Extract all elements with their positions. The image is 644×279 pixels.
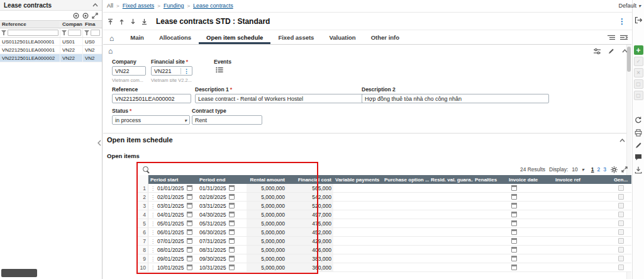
edit-icon[interactable] [608,48,614,54]
cell-purchase-option[interactable] [382,193,429,201]
cell-period-end[interactable]: 02/28/2025 [197,193,247,201]
calendar-icon[interactable] [229,194,235,200]
checkbox[interactable] [618,220,624,226]
cell-rental-amount[interactable]: 5,000,000 [247,202,287,210]
drag-handle-icon[interactable] [150,265,157,271]
table-row[interactable]: 909/01/202509/30/20255,000,000383,000 [137,254,631,263]
checkbox[interactable] [618,203,624,208]
cell-financial-cost[interactable]: 497,000 [287,210,333,219]
filter-input[interactable] [91,30,100,36]
cell-residual-value[interactable] [429,210,473,219]
column-header[interactable]: Period start [148,175,197,184]
calendar-icon[interactable] [187,212,192,217]
cell-period-start[interactable]: 02/01/2025 [148,193,197,201]
cell-invoice-date[interactable] [507,210,553,219]
cell-period-start[interactable]: 04/01/2025 [148,210,197,219]
cell-period-end[interactable]: 10/31/2025 [197,263,247,271]
column-header[interactable]: Fina [83,21,101,28]
next-record-icon[interactable] [130,18,136,25]
calendar-icon[interactable] [187,265,192,270]
cell-period-end[interactable]: 04/30/2025 [197,210,247,219]
cell-invoice-ref[interactable] [553,210,610,219]
table-row[interactable]: 404/01/202504/30/20255,000,000497,000 [137,210,631,219]
cell-residual-value[interactable] [429,184,473,192]
cell-rental-amount[interactable]: 5,000,000 [247,219,287,227]
filter-icon[interactable] [62,30,67,35]
cell-residual-value[interactable] [429,202,473,210]
calendar-icon[interactable] [229,229,235,235]
cell-rental-amount[interactable]: 5,000,000 [247,184,287,192]
circle-icon[interactable] [73,13,79,19]
cell-rental-amount[interactable]: 5,000,000 [247,254,287,263]
company-field[interactable]: VN22 [112,66,146,76]
cell-period-start[interactable]: 10/01/2025 [148,263,197,271]
tab-allocations[interactable]: Allocations [152,32,199,44]
tab-open-item-schedule[interactable]: Open item schedule [199,32,270,44]
cell-period-start[interactable]: 06/01/2025 [148,228,197,236]
cell-residual-value[interactable] [429,246,473,254]
calendar-icon[interactable] [187,194,192,200]
checkbox[interactable] [618,247,624,253]
cell-financial-cost[interactable]: 452,000 [287,228,333,236]
calendar-icon[interactable] [229,238,235,244]
circle-icon[interactable] [82,13,89,19]
calendar-icon[interactable] [187,185,192,191]
cell-penalties[interactable] [473,263,507,271]
download-icon[interactable] [635,166,642,174]
status-select[interactable]: in process [112,115,190,125]
cell-invoice-ref[interactable] [553,228,610,236]
refresh-icon[interactable] [635,117,642,124]
breadcrumb-item[interactable]: Funding [164,3,184,9]
cell-period-start[interactable]: 05/01/2025 [148,219,197,227]
calendar-icon[interactable] [511,265,517,270]
cell-variable-payments[interactable] [333,228,382,236]
filter-icon[interactable] [84,30,89,35]
calendar-icon[interactable] [229,185,235,191]
cell-variable-payments[interactable] [333,237,382,245]
calendar-icon[interactable] [229,256,235,261]
cell-penalties[interactable] [473,184,507,192]
cell-penalties[interactable] [473,254,507,263]
cell-invoice-ref[interactable] [553,254,610,263]
cell-period-end[interactable]: 07/31/2025 [197,237,247,245]
reference-field[interactable]: VN2212501LEA000002 [112,94,191,103]
cell-financial-cost[interactable]: 520,000 [287,202,333,210]
list-item[interactable]: VN2212501LEA000002VN22VN2 [0,54,102,62]
search-icon[interactable] [142,166,150,173]
column-header[interactable]: Rental amount [247,175,287,184]
cell-period-start[interactable]: 03/01/2025 [148,202,197,210]
breadcrumb-item[interactable]: Fixed assets [123,3,155,9]
scrollbar-thumb[interactable] [627,47,631,72]
calendar-icon[interactable] [511,238,517,244]
display-value[interactable]: 10 [572,166,577,173]
cell-variable-payments[interactable] [333,254,382,263]
filter-input[interactable] [8,30,58,36]
previous-record-icon[interactable] [118,18,125,25]
cell-financial-cost[interactable]: 475,000 [287,219,333,227]
tab-fixed-assets[interactable]: Fixed assets [270,32,321,44]
drag-handle-icon[interactable] [150,256,157,262]
cell-purchase-option[interactable] [382,184,429,192]
comment-icon[interactable] [635,154,642,161]
chevron-up-icon[interactable] [619,139,625,142]
cell-financial-cost[interactable]: 360,000 [287,263,333,271]
calendar-icon[interactable] [229,247,235,253]
cell-financial-cost[interactable]: 383,000 [287,254,333,263]
cell-variable-payments[interactable] [333,263,382,271]
page-link[interactable]: 1 [591,166,595,173]
calendar-icon[interactable] [187,220,192,226]
customize-icon[interactable] [594,48,601,54]
breadcrumb-item[interactable]: All [107,3,113,9]
cell-invoice-date[interactable] [507,228,553,236]
calendar-icon[interactable] [511,247,517,253]
cell-rental-amount[interactable]: 5,000,000 [247,228,287,236]
column-header[interactable]: Company [60,21,83,28]
column-header[interactable]: Penalties [473,175,507,184]
contract-type-field[interactable]: Rent [192,115,262,125]
table-row[interactable]: 606/01/202506/30/20255,000,000452,000 [137,228,631,237]
column-header[interactable]: Reference [0,21,60,28]
description2-field[interactable]: Hợp đồng thuê tòa nhà cho công nhân [362,94,549,103]
cell-penalties[interactable] [473,246,507,254]
cell-invoice-date[interactable] [507,219,553,227]
exit-icon[interactable] [635,16,643,24]
